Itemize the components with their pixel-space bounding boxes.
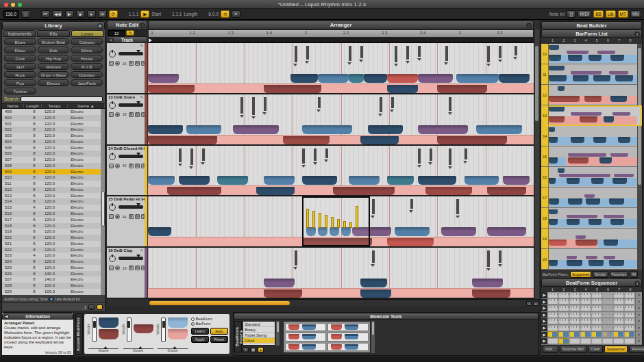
groove-slider[interactable]: Groove [158,348,188,352]
genre-button-motown[interactable]: Motown [38,63,70,70]
forward-button[interactable]: ≫ [98,10,107,18]
barform-row[interactable]: 11 [541,64,642,85]
rewind-button[interactable]: ◀◀ [52,10,63,18]
molecule-clip[interactable] [217,176,248,185]
note-marker[interactable] [302,148,305,164]
track-pan-knob[interactable] [109,204,116,211]
row-play-button[interactable]: ▶ [541,299,547,305]
library-audition-button[interactable] [97,305,103,310]
sequencer-cell[interactable] [614,326,623,331]
note-marker[interactable] [295,46,297,62]
loop-row[interactable]: 5028120.0Electro [2,127,105,133]
bass-molecule[interactable] [264,85,321,93]
sequencer-cell[interactable] [625,339,634,344]
molecule-clip[interactable] [148,125,183,134]
sequencer-cell[interactable] [559,339,569,344]
timeline-ruler[interactable]: 11.21.31.422.22.32.433.2 [148,29,534,38]
track-edit-icon[interactable]: ✎ [140,146,143,151]
row-remove-button[interactable]: ✕ [635,292,642,298]
row-play-button[interactable]: ▶ [541,325,547,331]
accent-auto-button[interactable]: Auto [210,328,228,335]
sequencer-cell[interactable] [581,293,591,298]
molecule-clip[interactable] [148,176,175,185]
note-marker[interactable] [240,97,243,114]
genre-button-jazz[interactable]: Jazz [4,63,36,70]
track-output-button[interactable]: ▢ [109,266,114,270]
genre-button-jazzfunk[interactable]: JazzFunk [71,79,103,86]
track-output-button[interactable]: ▢ [109,214,114,219]
sequencer-cell[interactable] [548,319,558,324]
sequencer-cell[interactable] [559,319,569,324]
sequencer-cell[interactable] [570,306,580,311]
molecule-clip[interactable] [499,74,530,83]
accent-learn-button[interactable]: Learn [191,328,209,335]
category-triplet-swing[interactable]: Triplet Swing [243,333,275,338]
palette-audition-button[interactable]: ● [258,347,264,352]
close-window-icon[interactable] [4,3,8,7]
radio-barform[interactable]: BarForm [191,322,228,326]
note-marker[interactable] [487,250,490,267]
molecule-tile[interactable] [327,333,369,341]
sequencer-cell[interactable] [603,299,612,304]
loop-row[interactable]: 5168120.0Electro [2,211,105,217]
track-monitor-button[interactable]: ● [115,61,120,66]
note-marker[interactable] [445,46,448,61]
library-scrollbar[interactable] [101,109,105,295]
edit-mode-button[interactable]: ✎ [126,30,134,36]
bass-molecule[interactable] [148,136,217,144]
molecule-tools-toggle-button[interactable]: MT [618,10,628,18]
track-m-button[interactable]: M [135,164,140,168]
row-remove-button[interactable]: ✕ [635,318,642,324]
note-marker[interactable] [456,199,459,214]
loop-region-strip[interactable] [148,38,534,43]
sequencer-cell[interactable] [559,293,569,298]
loop-row[interactable]: 5078120.0Electro [2,157,105,163]
sequencer-cell[interactable] [625,293,634,298]
filter-favorites-button[interactable]: Favorites [610,271,629,278]
accent-apply-button[interactable]: Apply [191,336,209,343]
track-monitor-button[interactable]: ● [115,214,120,219]
track-lane[interactable] [148,43,534,94]
row-play-button[interactable]: ▶ [541,338,547,344]
sequencer-cell[interactable] [592,293,602,298]
sequencer-cell[interactable] [625,326,634,331]
column-header-name[interactable]: Name [2,103,24,108]
genre-button-electro[interactable]: Electro [38,79,70,86]
row-play-button[interactable]: ▶ [541,312,547,318]
sequencer-cell[interactable] [592,326,602,331]
track-r-button[interactable]: R [129,61,134,66]
molecule-clip[interactable] [290,74,317,83]
loop-brace-button[interactable]: ⟲ [221,10,230,18]
note-marker[interactable] [418,46,421,57]
sequencer-cell[interactable] [581,313,591,318]
sequencer-cell[interactable] [603,293,612,298]
row-play-button[interactable]: ▶ [541,305,547,311]
loop-row[interactable]: 4998120.0Electro [2,109,105,115]
barform-row[interactable]: 20 [541,249,642,270]
sequencer-clear-button[interactable]: Clear [588,346,602,353]
note-marker[interactable] [499,46,501,58]
sequencer-cell[interactable] [581,299,591,304]
arranger-info-icon[interactable]: ○ [526,23,532,28]
molecule-clip[interactable] [302,176,337,185]
bass-molecule[interactable] [487,187,525,195]
sequencer-cell[interactable] [603,319,612,324]
molecule-tile[interactable] [327,323,369,331]
sequencer-cell[interactable] [559,299,569,304]
note-marker[interactable] [430,148,432,161]
sequencer-cell[interactable] [614,293,623,298]
genre-button-house[interactable]: House [71,55,103,62]
sequencer-cell[interactable] [570,313,580,318]
sequencer-cell[interactable] [581,332,591,337]
sequencer-cell[interactable] [614,299,623,304]
groove-slider[interactable]: Groove [123,348,153,352]
note-marker[interactable] [252,97,255,115]
molecule-clip[interactable] [264,279,295,287]
track-output-button[interactable]: ▢ [109,112,114,117]
add-track-button[interactable]: + [108,38,114,42]
track-edit-icon[interactable]: ✎ [140,95,143,99]
loop-row[interactable]: 5098120.0Electro [2,169,105,175]
genre-button-calypso[interactable]: Calypso [71,38,103,45]
row-play-button[interactable]: ▶ [541,318,547,324]
velocity-bar[interactable] [337,219,340,228]
